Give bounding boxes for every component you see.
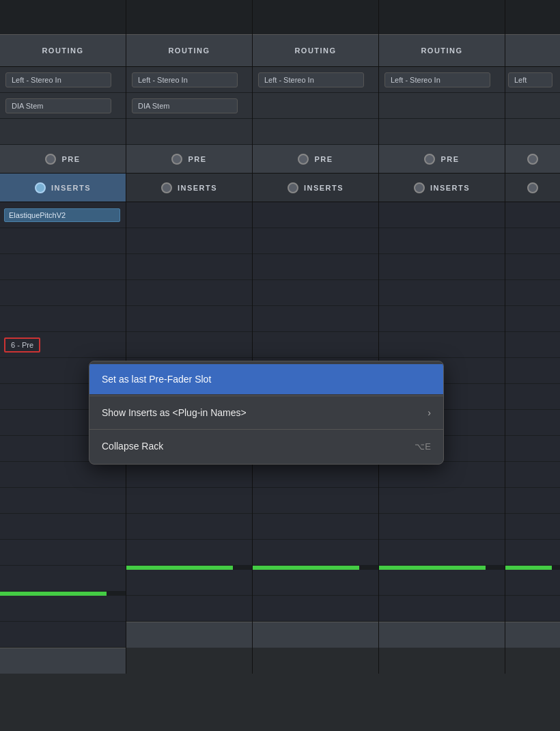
inserts-radio-3[interactable] xyxy=(288,182,298,193)
pre-label-3: PRE xyxy=(314,155,333,163)
routing-header-5 xyxy=(505,34,560,67)
inserts-radio-2[interactable] xyxy=(161,182,172,193)
routing-label-3: ROUTING xyxy=(294,46,336,55)
routing-row-empty-3 xyxy=(253,119,378,145)
bottom-slot-2b xyxy=(126,596,252,622)
bottom-slot-3a xyxy=(253,570,378,596)
last-routing-3 xyxy=(253,622,378,648)
dia-stem-2[interactable]: DIA Stem xyxy=(132,98,238,113)
insert-empty-4k xyxy=(379,488,505,514)
pre-label-4: PRE xyxy=(440,155,459,163)
mixer-container: ROUTING Left - Stereo In DIA Stem PRE IN… xyxy=(0,0,560,731)
stereo-in-5[interactable]: Left xyxy=(508,72,552,87)
insert-empty-2m xyxy=(126,540,252,566)
inserts-label-4: INSERTS xyxy=(430,184,470,192)
pre-radio-5[interactable] xyxy=(527,154,538,165)
inserts-row-3[interactable]: INSERTS xyxy=(253,174,378,202)
pre-radio-4[interactable] xyxy=(424,154,435,165)
stereo-in-4[interactable]: Left - Stereo In xyxy=(384,72,490,87)
pre-slot-row-1[interactable]: 6 - Pre xyxy=(0,332,126,358)
insert-empty-4m xyxy=(379,540,505,566)
context-menu-item-collapse-rack[interactable]: Collapse Rack ⌥E xyxy=(89,431,443,461)
bottom-slot-2a xyxy=(126,570,252,596)
top-col-2 xyxy=(126,0,253,34)
meter-fill-5 xyxy=(505,566,552,570)
routing-label-2: ROUTING xyxy=(168,46,210,55)
pre-row-4[interactable]: PRE xyxy=(379,145,505,174)
inserts-radio-5[interactable] xyxy=(527,182,538,193)
pre-label-1: PRE xyxy=(61,155,80,163)
insert-empty-5h xyxy=(505,410,560,436)
insert-empty-3b xyxy=(253,254,378,280)
columns-wrapper: ROUTING Left - Stereo In DIA Stem PRE IN… xyxy=(0,34,560,674)
insert-empty-2c xyxy=(126,280,252,306)
top-col-1 xyxy=(0,0,126,34)
pre-row-3[interactable]: PRE xyxy=(253,145,378,174)
insert-empty-2j xyxy=(126,462,252,488)
dia-stem-1[interactable]: DIA Stem xyxy=(5,98,111,113)
routing-row-stereo-3: Left - Stereo In xyxy=(253,67,378,93)
channel-col-1: ROUTING Left - Stereo In DIA Stem PRE IN… xyxy=(0,34,126,674)
context-menu-item-label-1: Show Inserts as <Plug-in Names> xyxy=(102,407,247,418)
routing-row-stereo-1: Left - Stereo In xyxy=(0,67,126,93)
insert-empty-1b xyxy=(0,254,126,280)
insert-empty-4d xyxy=(379,306,505,332)
stereo-in-3[interactable]: Left - Stereo In xyxy=(258,72,364,87)
routing-row-empty-5 xyxy=(505,119,560,145)
bottom-slot-5b xyxy=(505,596,560,622)
insert-empty-1l xyxy=(0,540,126,566)
plugin-name-1[interactable]: ElastiquePitchV2 xyxy=(4,208,120,222)
insert-empty-2b xyxy=(126,254,252,280)
inserts-row-5[interactable] xyxy=(505,174,560,202)
pre-slot-label-1: 6 - Pre xyxy=(4,337,40,353)
insert-empty-1k xyxy=(0,514,126,540)
routing-row-empty-2 xyxy=(126,119,252,145)
meter-bar-3 xyxy=(253,566,378,570)
insert-empty-5f xyxy=(505,358,560,384)
last-routing-4 xyxy=(379,622,505,648)
inserts-radio-4[interactable] xyxy=(414,182,425,193)
insert-slot-1[interactable]: ElastiquePitchV2 xyxy=(0,202,126,228)
stereo-in-2[interactable]: Left - Stereo In xyxy=(132,72,238,87)
inserts-radio-1[interactable] xyxy=(35,182,46,193)
inserts-label-3: INSERTS xyxy=(304,184,344,192)
insert-empty-5a xyxy=(505,228,560,254)
insert-empty-2l xyxy=(126,514,252,540)
routing-header-3: ROUTING xyxy=(253,34,378,67)
routing-row-stereo-4: Left - Stereo In xyxy=(379,67,505,93)
inserts-row-2[interactable]: INSERTS xyxy=(126,174,252,202)
bottom-slot-1a xyxy=(0,596,126,622)
channel-col-2: ROUTING Left - Stereo In DIA Stem PRE IN… xyxy=(126,34,253,674)
stereo-in-1[interactable]: Left - Stereo In xyxy=(5,72,111,87)
insert-empty-5b xyxy=(505,254,560,280)
insert-empty-5l xyxy=(505,514,560,540)
pre-row-2[interactable]: PRE xyxy=(126,145,252,174)
insert-slot-2 xyxy=(126,202,252,228)
bottom-slot-4a xyxy=(379,570,505,596)
bottom-slot-3b xyxy=(253,596,378,622)
last-routing-1 xyxy=(0,648,126,674)
context-menu-divider-1 xyxy=(89,396,443,396)
pre-radio-2[interactable] xyxy=(171,154,182,165)
pre-radio-3[interactable] xyxy=(298,154,309,165)
meter-bar-4 xyxy=(379,566,505,570)
insert-empty-3a xyxy=(253,228,378,254)
last-routing-5 xyxy=(505,622,560,648)
inserts-row-1[interactable]: INSERTS xyxy=(0,174,126,202)
pre-row-1[interactable]: PRE xyxy=(0,145,126,174)
pre-row-5[interactable] xyxy=(505,145,560,174)
insert-empty-4a xyxy=(379,228,505,254)
inserts-row-4[interactable]: INSERTS xyxy=(379,174,505,202)
pre-label-2: PRE xyxy=(188,155,206,163)
insert-empty-1c xyxy=(0,280,126,306)
insert-empty-1a xyxy=(0,228,126,254)
context-menu-item-set-pre-fader[interactable]: Set as last Pre-Fader Slot xyxy=(89,364,443,394)
insert-empty-1j xyxy=(0,488,126,514)
pre-radio-1[interactable] xyxy=(45,154,56,165)
routing-row-dia-5 xyxy=(505,93,560,119)
insert-empty-4c xyxy=(379,280,505,306)
context-menu-item-show-inserts[interactable]: Show Inserts as <Plug-in Names> › xyxy=(89,398,443,428)
routing-row-dia-1: DIA Stem xyxy=(0,93,126,119)
routing-label-4: ROUTING xyxy=(421,46,462,55)
insert-slot-4 xyxy=(379,202,505,228)
